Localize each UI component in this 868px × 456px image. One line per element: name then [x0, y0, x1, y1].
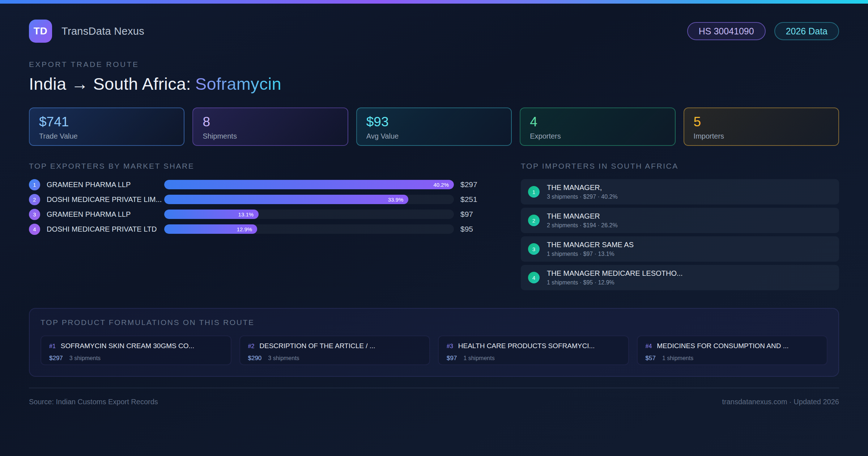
title-route: India → South Africa: [29, 74, 191, 93]
exporter-value: $297 [460, 180, 486, 189]
exporter-row[interactable]: 3 GRAMEEN PHARMA LLP 13.1% $97 [29, 210, 486, 219]
app-name: TransData Nexus [61, 25, 144, 37]
product-shipments: 3 shipments [69, 355, 101, 362]
exporters-section: TOP EXPORTERS BY MARKET SHARE 1 GRAMEEN … [29, 162, 486, 239]
exporter-row[interactable]: 2 DOSHI MEDICARE PRIVATE LIM... 33.9% $2… [29, 195, 486, 204]
importer-info: THE MANAGER SAME AS 1 shipments · $97 · … [547, 241, 634, 257]
exporter-value: $95 [460, 225, 486, 233]
hs-code-badge[interactable]: HS 30041090 [687, 22, 766, 40]
importer-name: THE MANAGER MEDICARE LESOTHO... [547, 269, 683, 278]
product-rank: #2 [248, 343, 255, 350]
product-card[interactable]: #3 HEALTH CARE PRODUCTS SOFRAMYCI... $97… [438, 335, 629, 365]
rank-badge: 3 [528, 243, 540, 255]
rank-badge: 3 [29, 209, 40, 220]
title-product-highlight: Soframycin [195, 74, 281, 93]
page-title: India → South Africa:Soframycin [29, 74, 839, 94]
site-note: transdatanexus.com · Updated 2026 [722, 398, 839, 406]
year-badge[interactable]: 2026 Data [774, 22, 839, 40]
exporter-row[interactable]: 4 DOSHI MEDICARE PRIVATE LTD 12.9% $95 [29, 224, 486, 234]
stats-row: $741 Trade Value 8 Shipments $93 Avg Val… [29, 107, 839, 146]
product-value: $290 [248, 355, 262, 362]
importers-list: 1 THE MANAGER, 3 shipments · $297 · 40.2… [521, 179, 839, 290]
accent-gradient-bar [0, 0, 868, 4]
products-grid: #1 SOFRAMYCIN SKIN CREAM 30GMS CO... $29… [41, 335, 827, 365]
rank-badge: 2 [528, 215, 540, 226]
market-share-bar: 12.9% [164, 224, 257, 234]
product-card-bottom: $97 1 shipments [447, 355, 620, 362]
header: TD TransData Nexus HS 30041090 2026 Data [29, 20, 839, 43]
importers-section: TOP IMPORTERS IN SOUTH AFRICA 1 THE MANA… [521, 162, 839, 294]
product-card-top: #4 MEDICINES FOR CONSUMPTION AND ... [646, 342, 819, 350]
product-card[interactable]: #1 SOFRAMYCIN SKIN CREAM 30GMS CO... $29… [41, 335, 231, 365]
importer-info: THE MANAGER MEDICARE LESOTHO... 1 shipme… [547, 269, 683, 286]
stat-label: Importers [694, 132, 829, 140]
importer-detail: 2 shipments · $194 · 26.2% [547, 222, 618, 229]
market-share-bar: 13.1% [164, 210, 259, 219]
stat-card-importers: 5 Importers [684, 107, 839, 146]
importer-name: THE MANAGER [547, 212, 618, 220]
importer-row[interactable]: 1 THE MANAGER, 3 shipments · $297 · 40.2… [521, 179, 839, 204]
stat-card-shipments: 8 Shipments [192, 107, 348, 146]
source-note: Source: Indian Customs Export Records [29, 398, 158, 406]
exporter-name: GRAMEEN PHARMA LLP [47, 181, 164, 189]
market-share-percent: 40.2% [433, 182, 449, 188]
importer-info: THE MANAGER, 3 shipments · $297 · 40.2% [547, 183, 618, 200]
market-share-percent: 13.1% [238, 211, 254, 218]
exporters-bar-chart: 1 GRAMEEN PHARMA LLP 40.2% $297 2 DOSHI … [29, 180, 486, 234]
product-card-bottom: $297 3 shipments [49, 355, 223, 362]
product-shipments: 1 shipments [662, 355, 693, 362]
exporter-name: DOSHI MEDICARE PRIVATE LIM... [47, 195, 164, 204]
market-share-bar-track: 13.1% [164, 210, 454, 219]
page-container: TD TransData Nexus HS 30041090 2026 Data… [0, 20, 868, 406]
importer-detail: 1 shipments · $95 · 12.9% [547, 279, 683, 286]
exporter-value: $97 [460, 210, 486, 219]
stat-value: $93 [366, 114, 502, 130]
market-share-percent: 33.9% [388, 197, 404, 203]
product-name: SOFRAMYCIN SKIN CREAM 30GMS CO... [61, 342, 195, 350]
importer-detail: 1 shipments · $97 · 13.1% [547, 251, 634, 257]
stat-value: 4 [530, 114, 665, 130]
header-badges: HS 30041090 2026 Data [687, 22, 839, 40]
exporter-value: $251 [460, 195, 486, 204]
importer-name: THE MANAGER, [547, 183, 618, 192]
market-share-percent: 12.9% [237, 226, 252, 232]
exporter-name: GRAMEEN PHARMA LLP [47, 210, 164, 219]
market-share-bar-track: 40.2% [164, 180, 454, 189]
products-heading: TOP PRODUCT FORMULATIONS ON THIS ROUTE [41, 318, 827, 327]
importer-name: THE MANAGER SAME AS [547, 241, 634, 249]
product-card-bottom: $57 1 shipments [646, 355, 819, 362]
middle-columns: TOP EXPORTERS BY MARKET SHARE 1 GRAMEEN … [29, 162, 839, 294]
footer: Source: Indian Customs Export Records tr… [29, 388, 839, 406]
stat-label: Exporters [530, 132, 665, 140]
product-card-top: #2 DESCRIPTION OF THE ARTICLE / ... [248, 342, 422, 350]
products-panel: TOP PRODUCT FORMULATIONS ON THIS ROUTE #… [29, 308, 839, 377]
rank-badge: 1 [528, 186, 540, 198]
product-card[interactable]: #4 MEDICINES FOR CONSUMPTION AND ... $57… [637, 335, 828, 365]
product-shipments: 1 shipments [463, 355, 494, 362]
importer-row[interactable]: 3 THE MANAGER SAME AS 1 shipments · $97 … [521, 236, 839, 262]
brand: TD TransData Nexus [29, 20, 144, 43]
eyebrow-label: EXPORT TRADE ROUTE [29, 60, 839, 69]
importer-row[interactable]: 4 THE MANAGER MEDICARE LESOTHO... 1 ship… [521, 265, 839, 290]
rank-badge: 2 [29, 194, 40, 205]
rank-badge: 1 [29, 179, 40, 190]
product-rank: #3 [447, 343, 453, 350]
product-card[interactable]: #2 DESCRIPTION OF THE ARTICLE / ... $290… [239, 335, 430, 365]
importer-row[interactable]: 2 THE MANAGER 2 shipments · $194 · 26.2% [521, 208, 839, 233]
market-share-bar-track: 12.9% [164, 224, 454, 234]
stat-card-trade-value: $741 Trade Value [29, 107, 184, 146]
app-logo: TD [29, 20, 52, 43]
exporter-name: DOSHI MEDICARE PRIVATE LTD [47, 225, 164, 233]
stat-card-avg-value: $93 Avg Value [356, 107, 512, 146]
stat-value: $741 [39, 114, 174, 130]
stat-value: 8 [203, 114, 338, 130]
exporters-heading: TOP EXPORTERS BY MARKET SHARE [29, 162, 486, 170]
product-card-top: #1 SOFRAMYCIN SKIN CREAM 30GMS CO... [49, 342, 223, 350]
rank-badge: 4 [29, 224, 40, 235]
product-rank: #4 [646, 343, 652, 350]
product-value: $297 [49, 355, 63, 362]
product-value: $97 [447, 355, 457, 362]
stat-value: 5 [694, 114, 829, 130]
product-name: MEDICINES FOR CONSUMPTION AND ... [657, 342, 788, 350]
exporter-row[interactable]: 1 GRAMEEN PHARMA LLP 40.2% $297 [29, 180, 486, 189]
